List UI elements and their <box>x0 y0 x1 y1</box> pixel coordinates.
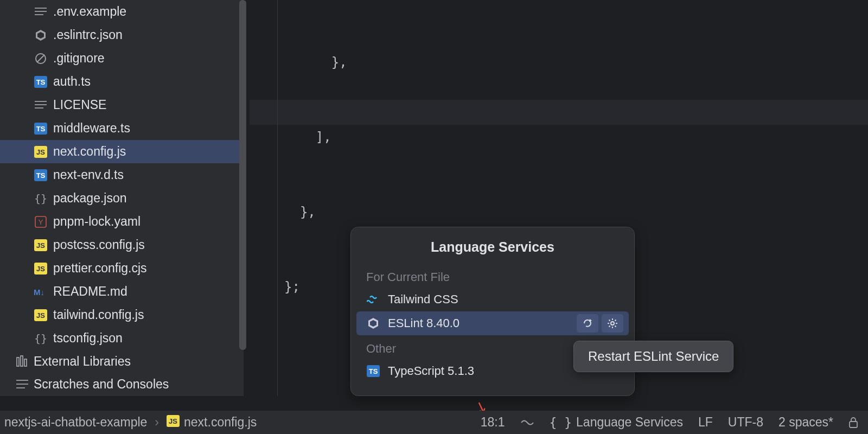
file-eslintrc[interactable]: .eslintrc.json <box>0 23 244 47</box>
file-next-config-js[interactable]: JSnext.config.js <box>0 140 244 163</box>
language-services-widget[interactable]: { }Language Services <box>550 415 683 430</box>
encoding[interactable]: UTF-8 <box>728 415 763 430</box>
ts-icon: TS <box>366 364 380 378</box>
js-icon: JS <box>167 415 180 430</box>
svg-text:TS: TS <box>36 78 46 86</box>
breadcrumb-root: nextjs-ai-chatbot-example <box>4 415 147 430</box>
eslint-icon <box>366 316 380 330</box>
svg-text:JS: JS <box>36 241 45 250</box>
js-icon: JS <box>34 261 48 276</box>
file-license[interactable]: LICENSE <box>0 93 244 117</box>
service-label: ESLint 8.40.0 <box>388 316 459 330</box>
service-label: TypeScript 5.1.3 <box>388 364 474 378</box>
tailwind-status-icon[interactable] <box>520 417 534 429</box>
ignore-icon <box>34 52 48 66</box>
svg-rect-31 <box>24 359 27 366</box>
ts-icon: TS <box>34 168 48 182</box>
eslint-icon <box>34 28 48 42</box>
file-readme[interactable]: M↓README.md <box>0 280 244 303</box>
popup-title: Language Services <box>351 227 634 264</box>
file-label: next.config.js <box>53 144 126 159</box>
file-label: README.md <box>53 284 127 299</box>
service-tailwind[interactable]: Tailwind CSS <box>351 288 634 311</box>
root-label: Scratches and Consoles <box>34 377 169 392</box>
code-line: ], <box>284 125 868 150</box>
svg-text:TS: TS <box>36 125 46 133</box>
file-label: middleware.ts <box>53 121 130 136</box>
json-icon: {} <box>34 192 48 206</box>
root-label: External Libraries <box>34 354 131 369</box>
svg-text:{}: {} <box>35 193 47 205</box>
svg-text:JS: JS <box>36 148 45 156</box>
line-ending[interactable]: LF <box>698 415 713 430</box>
file-label: prettier.config.cjs <box>53 261 147 276</box>
file-label: next-env.d.ts <box>53 168 124 182</box>
file-pnpm-lock[interactable]: Ypnpm-lock.yaml <box>0 210 244 233</box>
file-label: tsconfig.json <box>53 331 123 346</box>
file-label: postcss.config.js <box>53 238 145 252</box>
file-label: auth.ts <box>53 74 91 89</box>
scratches-consoles[interactable]: Scratches and Consoles <box>0 373 244 395</box>
tailwind-icon <box>366 292 380 307</box>
lock-icon[interactable] <box>848 417 858 428</box>
js-icon: JS <box>34 238 48 252</box>
status-bar: nextjs-ai-chatbot-example › JS next.conf… <box>0 411 868 434</box>
svg-text:JS: JS <box>36 265 45 273</box>
chevron-right-icon: › <box>155 415 159 430</box>
restart-service-button[interactable] <box>577 314 598 333</box>
text-file-icon <box>34 98 48 112</box>
file-prettier-config[interactable]: JSprettier.config.cjs <box>0 257 244 280</box>
file-package-json[interactable]: {}package.json <box>0 187 244 210</box>
indent[interactable]: 2 spaces* <box>778 415 833 430</box>
svg-rect-29 <box>17 358 19 366</box>
svg-line-43 <box>609 320 610 321</box>
svg-line-45 <box>609 326 610 327</box>
file-tsconfig[interactable]: {}tsconfig.json <box>0 327 244 350</box>
service-eslint[interactable]: ESLint 8.40.0 <box>356 311 629 335</box>
file-env-example[interactable]: .env.example <box>0 0 244 23</box>
scratch-icon <box>15 377 29 391</box>
file-label: package.json <box>53 191 127 206</box>
braces-icon: { } <box>550 416 572 430</box>
cursor-position[interactable]: 18:1 <box>481 415 505 430</box>
ts-icon: TS <box>34 122 48 136</box>
svg-text:Y: Y <box>39 218 43 226</box>
external-libraries[interactable]: External Libraries <box>0 350 244 373</box>
file-label: .eslintrc.json <box>53 28 123 42</box>
service-settings-button[interactable] <box>602 314 623 333</box>
file-gitignore[interactable]: .gitignore <box>0 47 244 70</box>
code-line: }, <box>284 50 868 75</box>
editor-gutter <box>250 0 278 396</box>
markdown-icon: M↓ <box>34 285 48 299</box>
file-next-env-dts[interactable]: TSnext-env.d.ts <box>0 163 244 187</box>
file-postcss-config[interactable]: JSpostcss.config.js <box>0 233 244 257</box>
svg-text:TS: TS <box>36 171 46 180</box>
text-file-icon <box>34 5 48 19</box>
library-icon <box>15 354 29 368</box>
file-label: .env.example <box>53 4 126 19</box>
file-middleware-ts[interactable]: TSmiddleware.ts <box>0 117 244 140</box>
yaml-icon: Y <box>34 215 48 229</box>
file-tailwind-config[interactable]: JStailwind.config.js <box>0 303 244 327</box>
svg-text:JS: JS <box>36 311 45 320</box>
js-icon: JS <box>34 308 48 322</box>
svg-rect-51 <box>850 422 857 427</box>
breadcrumb-file: next.config.js <box>184 415 257 430</box>
file-label: pnpm-lock.yaml <box>53 214 141 229</box>
project-tree: .env.example .eslintrc.json .gitignore T… <box>0 0 244 396</box>
ts-icon: TS <box>34 75 48 89</box>
svg-text:M↓: M↓ <box>34 288 44 297</box>
service-label: Tailwind CSS <box>388 292 458 307</box>
code-line: }, <box>284 200 868 225</box>
js-icon: JS <box>34 145 48 159</box>
file-auth-ts[interactable]: TSauth.ts <box>0 70 244 93</box>
file-label: LICENSE <box>53 98 106 112</box>
file-label: .gitignore <box>53 51 105 66</box>
svg-point-38 <box>611 322 614 325</box>
language-services-label: Language Services <box>576 415 683 430</box>
popup-section-current: For Current File <box>351 264 634 288</box>
sidebar-scrollbar[interactable] <box>239 0 246 350</box>
svg-line-46 <box>615 320 616 321</box>
breadcrumb[interactable]: nextjs-ai-chatbot-example › JS next.conf… <box>4 415 257 430</box>
file-label: tailwind.config.js <box>53 308 144 322</box>
